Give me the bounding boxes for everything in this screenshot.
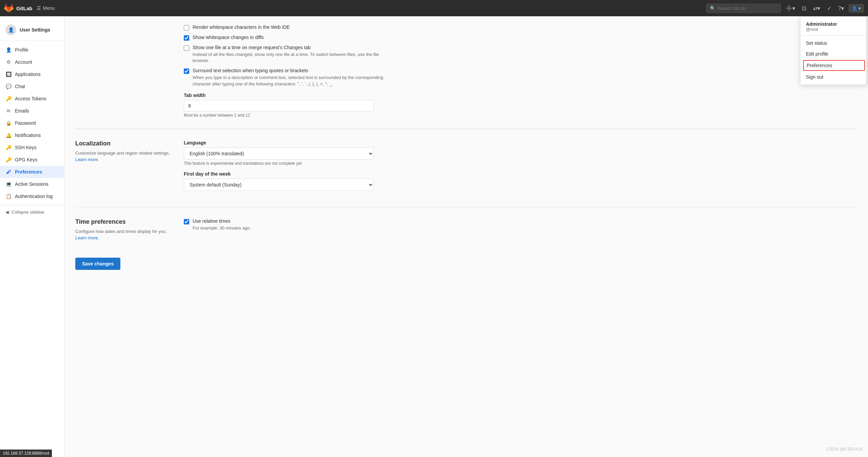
plus-icon-button[interactable]: ➕▾ — [784, 3, 797, 14]
search-box[interactable]: 🔍 — [706, 4, 781, 13]
sidebar-nav: 👤 Profile ⚙ Account 🔲 Applications 💬 Cha… — [0, 44, 64, 202]
sidebar-item-ssh-keys[interactable]: 🔑 SSH Keys — [0, 141, 64, 154]
sidebar-item-label: Applications — [15, 72, 41, 77]
sidebar-item-applications[interactable]: 🔲 Applications — [0, 68, 64, 80]
sidebar-item-password[interactable]: 🔒 Password — [0, 117, 64, 129]
sidebar-item-active-sessions[interactable]: 💻 Active Sessions — [0, 178, 64, 190]
localization-title: Localization — [75, 140, 170, 147]
dropdown-handle: @root — [806, 27, 862, 32]
dropdown-item-preferences[interactable]: Preferences — [803, 60, 865, 71]
user-menu-button[interactable]: 👤 ▾ — [849, 4, 864, 13]
localization-section-right: Language English (100% translated) This … — [184, 140, 857, 196]
preferences-link[interactable]: Preferences — [804, 61, 864, 70]
sidebar-item-authentication-log[interactable]: 📋 Authentication log — [0, 190, 64, 202]
time-preferences-section: Time preferences Configure how dates and… — [75, 207, 857, 252]
time-preferences-section-right: Use relative times For example: 30 minut… — [184, 218, 857, 241]
use-relative-times-row: Use relative times For example: 30 minut… — [184, 218, 857, 231]
time-preferences-desc: Configure how dates and times display fo… — [75, 228, 170, 241]
ssh-keys-icon: 🔑 — [5, 144, 12, 151]
save-changes-button[interactable]: Save changes — [75, 258, 120, 270]
language-group: Language English (100% translated) This … — [184, 140, 857, 166]
dropdown-item-set-status[interactable]: Set status — [801, 38, 868, 48]
surround-text-checkbox[interactable] — [184, 68, 189, 74]
access-tokens-icon: 🔑 — [5, 96, 12, 102]
use-relative-times-desc: For example: 30 minutes ago. — [193, 225, 251, 231]
show-whitespace-row: Show whitespace changes in diffs — [184, 35, 387, 41]
sidebar-item-preferences[interactable]: 🖌 Preferences — [0, 166, 64, 178]
edit-profile-link[interactable]: Edit profile — [801, 48, 868, 59]
render-whitespace-checkbox[interactable] — [184, 25, 189, 31]
sidebar-item-gpg-keys[interactable]: 🔑 GPG Keys — [0, 154, 64, 166]
dropdown-item-edit-profile[interactable]: Edit profile — [801, 48, 868, 59]
menu-button[interactable]: ☰ Menu — [37, 5, 55, 11]
time-preferences-section-left: Time preferences Configure how dates and… — [75, 218, 170, 241]
search-input[interactable] — [717, 6, 777, 11]
hamburger-icon: ☰ — [37, 5, 41, 11]
user-dropdown: Administrator @root Set status Edit prof… — [800, 16, 868, 85]
collapse-sidebar-button[interactable]: ◀ Collapse sidebar — [0, 205, 64, 219]
save-button-container: Save changes — [75, 252, 857, 281]
localization-desc: Customize language and region related se… — [75, 150, 170, 163]
localization-section-left: Localization Customize language and regi… — [75, 140, 170, 196]
sidebar-item-account[interactable]: ⚙ Account — [0, 56, 64, 68]
render-whitespace-row: Render whitespace characters in the Web … — [184, 24, 387, 31]
show-one-file-desc: Instead of all the files changed, show o… — [193, 52, 387, 64]
sign-out-link[interactable]: Sign out — [801, 72, 868, 82]
top-navbar: GitLab ☰ Menu 🔍 ➕▾ ⊡ ⇄▾ ✓ ?▾ 👤 ▾ — [0, 0, 868, 16]
sidebar-title: User Settings — [20, 27, 50, 33]
user-avatar-small: 👤 — [852, 6, 857, 11]
surround-text-label: Surround text selection when typing quot… — [193, 68, 308, 73]
sidebar-item-emails[interactable]: ✉ Emails — [0, 105, 64, 117]
user-dropdown-arrow: ▾ — [859, 6, 861, 11]
tab-width-input[interactable] — [184, 100, 374, 112]
show-one-file-checkbox[interactable] — [184, 45, 189, 51]
gitlab-logo-icon — [4, 3, 14, 13]
active-sessions-icon: 💻 — [5, 181, 12, 187]
merge-request-icon-button[interactable]: ⇄▾ — [811, 3, 822, 14]
main-content: Render whitespace characters in the Web … — [64, 16, 868, 457]
set-status-link[interactable]: Set status — [801, 38, 868, 48]
sidebar-item-label: Active Sessions — [15, 181, 48, 187]
dropdown-username: Administrator — [806, 21, 862, 27]
todo-icon-button[interactable]: ✓ — [825, 3, 833, 14]
show-whitespace-checkbox[interactable] — [184, 35, 189, 41]
account-icon: ⚙ — [5, 59, 12, 65]
sidebar-item-access-tokens[interactable]: 🔑 Access Tokens — [0, 93, 64, 105]
first-day-select[interactable]: System default (Sunday) Monday Saturday … — [184, 179, 374, 191]
search-icon: 🔍 — [710, 6, 715, 11]
sidebar-user-section: 👤 User Settings — [0, 22, 64, 41]
help-icon-button[interactable]: ?▾ — [836, 3, 846, 14]
time-preferences-title: Time preferences — [75, 218, 170, 225]
language-select[interactable]: English (100% translated) — [184, 147, 374, 160]
sidebar: 👤 User Settings 👤 Profile ⚙ Account 🔲 Ap… — [0, 16, 64, 457]
sidebar-item-chat[interactable]: 💬 Chat — [0, 80, 64, 93]
sidebar-item-profile[interactable]: 👤 Profile — [0, 44, 64, 56]
render-whitespace-label: Render whitespace characters in the Web … — [193, 24, 290, 30]
avatar: 👤 — [5, 24, 16, 35]
chat-icon: 💬 — [5, 83, 12, 90]
collapse-icon: ◀ — [5, 210, 9, 215]
menu-label: Menu — [43, 5, 55, 11]
brand: GitLab — [4, 3, 33, 13]
sidebar-item-label: Chat — [15, 84, 25, 89]
use-relative-times-checkbox[interactable] — [184, 219, 189, 224]
localization-learn-more-link[interactable]: Learn more. — [75, 157, 99, 162]
first-day-label: First day of the week — [184, 171, 857, 177]
emails-icon: ✉ — [5, 108, 12, 114]
sidebar-item-label: GPG Keys — [15, 157, 37, 162]
surround-text-row: Surround text selection when typing quot… — [184, 68, 387, 87]
issue-icon-button[interactable]: ⊡ — [800, 3, 808, 14]
collapse-label: Collapse sidebar — [12, 210, 44, 215]
show-whitespace-label: Show whitespace changes in diffs — [193, 35, 264, 40]
show-one-file-row: Show one file at a time on merge request… — [184, 45, 387, 64]
surround-text-desc: When you type in a description or commen… — [193, 75, 387, 87]
time-preferences-learn-more-link[interactable]: Learn more. — [75, 235, 99, 240]
sidebar-item-label: Profile — [15, 47, 28, 53]
tab-width-label: Tab width — [184, 93, 387, 98]
profile-icon: 👤 — [5, 47, 12, 53]
sidebar-item-notifications[interactable]: 🔔 Notifications — [0, 129, 64, 141]
language-label: Language — [184, 140, 857, 145]
language-hint: This feature is experimental and transla… — [184, 161, 857, 166]
dropdown-item-sign-out[interactable]: Sign out — [801, 72, 868, 82]
sidebar-item-label: Notifications — [15, 133, 41, 138]
